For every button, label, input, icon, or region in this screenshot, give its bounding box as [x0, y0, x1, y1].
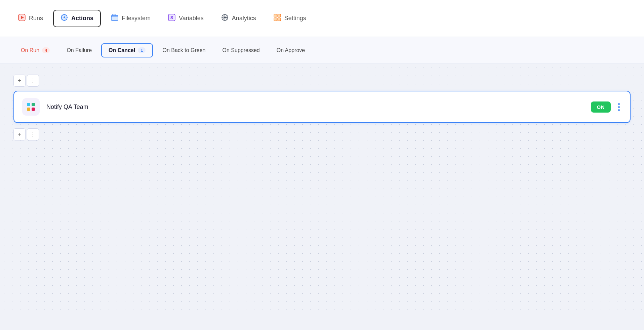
tab-on-approve-label: On Approve: [277, 47, 305, 53]
svg-line-14: [226, 15, 227, 16]
tab-on-approve[interactable]: On Approve: [269, 43, 313, 57]
slack-icon: [26, 101, 36, 112]
top-nav: Runs Actions Filesystem: [0, 0, 644, 37]
tab-on-run-label: On Run: [21, 47, 39, 53]
settings-icon: [274, 14, 281, 23]
variables-label: Variables: [179, 15, 204, 22]
main-content: + ⋮ Notify QA Team ON: [0, 64, 644, 316]
more-options-button-bottom[interactable]: ⋮: [27, 128, 39, 140]
svg-rect-17: [278, 14, 281, 17]
nav-item-variables[interactable]: S Variables: [161, 10, 211, 27]
analytics-icon: [221, 14, 229, 23]
action-card-icon: [22, 98, 40, 116]
actions-icon: [61, 14, 68, 23]
menu-dot-3: [618, 109, 620, 111]
action-card-title: Notify QA Team: [46, 104, 591, 111]
more-options-button-top[interactable]: ⋮: [27, 75, 39, 87]
actions-label: Actions: [71, 15, 93, 22]
content-inner: + ⋮ Notify QA Team ON: [13, 75, 631, 140]
tab-on-failure[interactable]: On Failure: [59, 43, 99, 57]
tab-on-cancel[interactable]: On Cancel 1: [101, 43, 153, 57]
svg-rect-23: [32, 108, 35, 111]
svg-point-2: [64, 17, 65, 18]
add-action-button-bottom[interactable]: +: [13, 128, 26, 140]
svg-line-13: [226, 18, 227, 20]
variables-icon: S: [168, 14, 175, 23]
sub-nav: On Run 4 On Failure On Cancel 1 On Back …: [0, 37, 644, 64]
svg-rect-20: [27, 103, 30, 106]
runs-icon: [18, 14, 26, 23]
filesystem-label: Filesystem: [122, 15, 151, 22]
svg-rect-18: [274, 18, 277, 21]
svg-rect-22: [27, 108, 30, 111]
top-action-bar: + ⋮: [13, 75, 631, 87]
svg-text:S: S: [170, 15, 173, 20]
nav-item-actions[interactable]: Actions: [53, 10, 101, 27]
toggle-on-button[interactable]: ON: [591, 101, 611, 113]
svg-rect-19: [278, 18, 281, 21]
tab-on-run[interactable]: On Run 4: [13, 43, 57, 57]
action-card: Notify QA Team ON: [13, 91, 631, 123]
tab-on-cancel-badge: 1: [138, 47, 146, 53]
tab-on-cancel-label: On Cancel: [109, 47, 135, 53]
runs-label: Runs: [29, 15, 43, 22]
bottom-action-bar: + ⋮: [13, 128, 631, 140]
svg-line-12: [223, 15, 224, 16]
action-card-menu[interactable]: [616, 101, 622, 113]
menu-dot-1: [618, 103, 620, 105]
nav-item-filesystem[interactable]: Filesystem: [104, 10, 158, 27]
tab-on-suppressed[interactable]: On Suppressed: [215, 43, 267, 57]
svg-rect-16: [274, 14, 277, 17]
filesystem-icon: [111, 14, 118, 23]
svg-rect-21: [32, 103, 35, 106]
tab-on-back-to-green-label: On Back to Green: [162, 47, 205, 53]
svg-line-15: [223, 18, 224, 20]
tab-on-failure-label: On Failure: [67, 47, 92, 53]
nav-item-settings[interactable]: Settings: [266, 10, 314, 27]
nav-item-analytics[interactable]: Analytics: [214, 10, 264, 27]
add-action-button-top[interactable]: +: [13, 75, 26, 87]
settings-label: Settings: [284, 15, 306, 22]
svg-point-7: [224, 16, 226, 18]
tab-on-run-badge: 4: [42, 47, 50, 53]
tab-on-back-to-green[interactable]: On Back to Green: [155, 43, 213, 57]
analytics-label: Analytics: [232, 15, 256, 22]
nav-item-runs[interactable]: Runs: [11, 10, 50, 27]
menu-dot-2: [618, 106, 620, 108]
svg-rect-3: [111, 15, 118, 20]
tab-on-suppressed-label: On Suppressed: [223, 47, 260, 53]
